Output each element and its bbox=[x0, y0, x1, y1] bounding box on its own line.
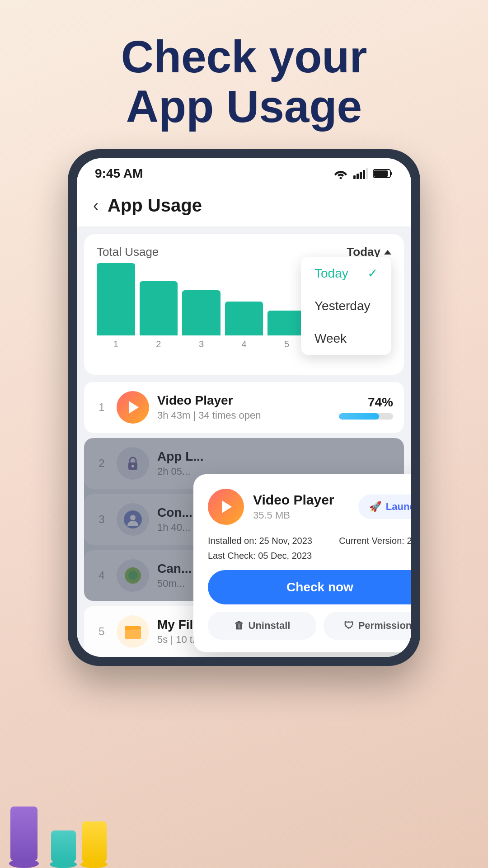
status-time: 9:45 AM bbox=[95, 166, 143, 181]
popup-app-info: Video Player 35.5 MB bbox=[253, 492, 349, 521]
hero-title-line1: Check your bbox=[121, 31, 367, 82]
cylinder-purple bbox=[9, 807, 39, 868]
back-button[interactable]: ‹ bbox=[93, 196, 99, 215]
svg-rect-8 bbox=[374, 170, 388, 177]
app-header: ‹ App Usage bbox=[77, 186, 411, 227]
svg-point-0 bbox=[340, 177, 342, 179]
current-version: Current Version: 2.15.0 bbox=[322, 536, 411, 546]
uninstall-button[interactable]: 🗑 Uninstall bbox=[208, 612, 316, 640]
last-check: Last Check: 05 Dec, 2023 bbox=[208, 551, 318, 561]
my-files-icon bbox=[117, 615, 149, 648]
dropdown-menu: Today ✓ Yesterday Week bbox=[301, 257, 391, 355]
cylinder-teal bbox=[50, 830, 77, 868]
bar-5: 5 bbox=[267, 311, 306, 349]
decorative-cylinders bbox=[0, 778, 488, 868]
popup-card: Video Player 35.5 MB 🚀 Launch Installed … bbox=[193, 474, 411, 652]
bar-1: 1 bbox=[97, 263, 135, 349]
dropdown-item-today[interactable]: Today ✓ bbox=[301, 257, 391, 290]
play-triangle-icon bbox=[129, 401, 139, 414]
launch-label: Launch bbox=[386, 501, 411, 513]
check-now-button[interactable]: Check now bbox=[208, 570, 411, 604]
phone-mockup: 9:45 AM bbox=[68, 149, 420, 666]
wifi-icon bbox=[333, 168, 348, 179]
app-rank-1: 1 bbox=[95, 401, 108, 414]
popup-app-icon bbox=[208, 489, 244, 525]
chart-section: Total Usage Today 4h 0 2h 0 1h 21m 0s bbox=[84, 234, 404, 375]
svg-rect-5 bbox=[366, 168, 368, 179]
svg-rect-7 bbox=[390, 172, 392, 175]
status-bar: 9:45 AM bbox=[77, 158, 411, 186]
popup-app-name: Video Player bbox=[253, 492, 349, 508]
video-player-icon bbox=[117, 391, 149, 424]
phone-wrapper: 9:45 AM bbox=[0, 149, 488, 666]
shield-icon: 🛡 bbox=[344, 620, 354, 632]
app-percentage-1: 74% bbox=[368, 395, 393, 410]
app-rank-5: 5 bbox=[95, 625, 108, 638]
svg-rect-3 bbox=[360, 172, 362, 179]
bar-4: 4 bbox=[225, 302, 263, 349]
signal-icon bbox=[353, 168, 368, 179]
uninstall-label: Uninstall bbox=[249, 620, 291, 632]
dropdown-item-yesterday[interactable]: Yesterday bbox=[301, 290, 391, 322]
progress-container-1: 74% bbox=[339, 395, 393, 420]
svg-rect-4 bbox=[363, 170, 365, 179]
period-arrow-icon bbox=[384, 250, 391, 255]
launch-button[interactable]: 🚀 Launch bbox=[358, 495, 411, 519]
status-icons bbox=[333, 168, 393, 179]
hero-title: Check your App Usage bbox=[0, 32, 488, 131]
check-icon: ✓ bbox=[367, 266, 378, 281]
svg-rect-1 bbox=[353, 175, 356, 179]
trash-icon: 🗑 bbox=[234, 620, 244, 632]
hero-section: Check your App Usage bbox=[0, 0, 488, 149]
svg-rect-2 bbox=[357, 174, 359, 179]
app-row-1[interactable]: 1 Video Player 3h 43m | 34 times open 74… bbox=[84, 382, 404, 433]
battery-icon bbox=[373, 168, 393, 179]
bar-2: 2 bbox=[140, 281, 178, 349]
app-info-1: Video Player 3h 43m | 34 times open bbox=[157, 393, 331, 421]
total-usage-label: Total Usage bbox=[97, 245, 159, 259]
app-name-1: Video Player bbox=[157, 393, 331, 408]
rocket-icon: 🚀 bbox=[369, 501, 381, 513]
phone-screen: 9:45 AM bbox=[77, 158, 411, 657]
bar-3: 3 bbox=[182, 290, 221, 349]
popup-header: Video Player 35.5 MB 🚀 Launch bbox=[208, 489, 411, 525]
dropdown-item-week[interactable]: Week bbox=[301, 322, 391, 355]
svg-rect-17 bbox=[125, 626, 132, 630]
popup-details: Installed on: 25 Nov, 2023 Current Versi… bbox=[208, 536, 411, 561]
popup-play-icon bbox=[222, 500, 232, 513]
permission-label: Permission bbox=[358, 620, 411, 632]
hero-title-line2: App Usage bbox=[126, 81, 362, 132]
app-header-title: App Usage bbox=[108, 195, 202, 216]
installed-on: Installed on: 25 Nov, 2023 bbox=[208, 536, 318, 546]
progress-bar-1 bbox=[339, 413, 393, 420]
permission-button[interactable]: 🛡 Permission bbox=[324, 612, 411, 640]
popup-actions: 🗑 Uninstall 🛡 Permission bbox=[208, 612, 411, 640]
popup-app-size: 35.5 MB bbox=[253, 509, 349, 521]
cylinder-yellow bbox=[80, 821, 108, 868]
svg-rect-16 bbox=[125, 629, 141, 639]
app-stats-1: 3h 43m | 34 times open bbox=[157, 410, 331, 421]
